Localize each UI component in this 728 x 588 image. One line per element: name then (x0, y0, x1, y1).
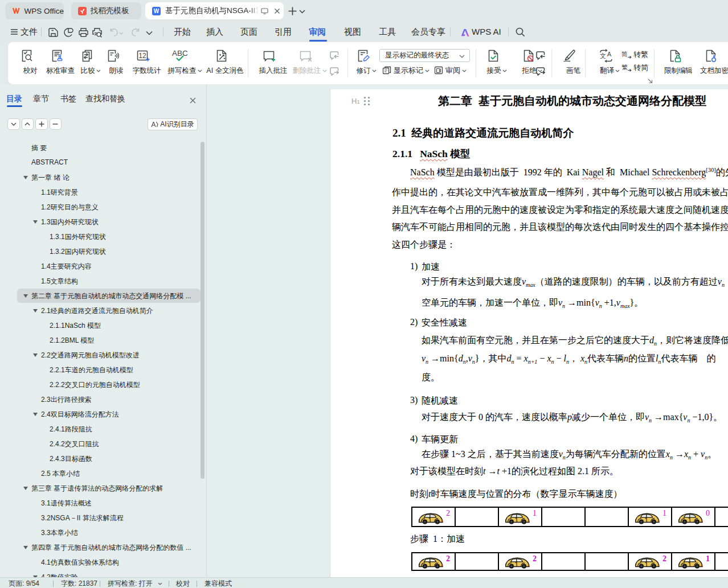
svg-text:12: 12 (138, 52, 146, 60)
svg-text:文: 文 (600, 52, 606, 59)
svg-text:A: A (607, 51, 612, 57)
svg-text:W: W (154, 8, 159, 14)
svg-text:ABC: ABC (172, 49, 188, 57)
svg-text:简: 简 (621, 51, 628, 57)
